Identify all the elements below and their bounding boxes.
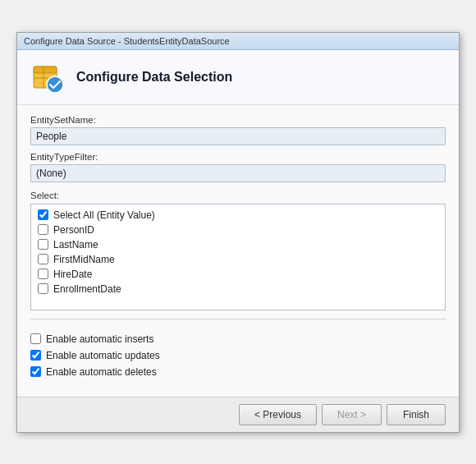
select-item-label: Select All (Entity Value) (53, 209, 155, 221)
select-item-checkbox[interactable] (38, 269, 48, 279)
dialog-window: Configure Data Source - StudentsEntityDa… (16, 32, 460, 433)
select-list-item[interactable]: FirstMidName (33, 252, 443, 267)
select-list-item[interactable]: HireDate (33, 267, 443, 282)
select-list-item[interactable]: LastName (33, 237, 443, 252)
auto-inserts-item[interactable]: Enable automatic inserts (30, 331, 446, 347)
header-icon (30, 60, 65, 94)
select-item-label: EnrollmentDate (53, 283, 121, 295)
auto-updates-checkbox[interactable] (30, 350, 41, 361)
select-item-label: LastName (53, 239, 98, 250)
auto-checkboxes: Enable automatic inserts Enable automati… (30, 328, 446, 387)
select-item-checkbox[interactable] (38, 283, 48, 294)
select-list: Select All (Entity Value)PersonIDLastNam… (30, 204, 446, 310)
entity-type-filter-value: (None) (30, 164, 446, 182)
select-list-item[interactable]: EnrollmentDate (33, 282, 443, 296)
select-item-checkbox[interactable] (38, 239, 48, 250)
select-label: Select: (30, 191, 446, 200)
title-bar: Configure Data Source - StudentsEntityDa… (17, 33, 459, 50)
auto-updates-label: Enable automatic updates (46, 350, 160, 361)
select-item-label: PersonID (53, 224, 94, 236)
divider (30, 319, 446, 319)
select-item-checkbox[interactable] (38, 254, 48, 264)
select-list-item[interactable]: PersonID (33, 223, 443, 237)
next-button[interactable]: Next > (322, 404, 382, 425)
auto-deletes-checkbox[interactable] (30, 366, 41, 377)
auto-deletes-label: Enable automatic deletes (46, 366, 157, 378)
finish-button[interactable]: Finish (387, 404, 446, 425)
header-title: Configure Data Selection (76, 70, 232, 85)
select-item-label: HireDate (53, 269, 92, 280)
entity-type-filter-label: EntityTypeFilter: (30, 152, 446, 162)
previous-button[interactable]: < Previous (239, 404, 317, 425)
select-item-label: FirstMidName (53, 254, 115, 265)
auto-inserts-label: Enable automatic inserts (46, 333, 153, 345)
select-list-item[interactable]: Select All (Entity Value) (33, 208, 443, 223)
body: EntitySetName: People EntityTypeFilter: … (17, 105, 459, 397)
entity-set-name-label: EntitySetName: (30, 115, 446, 125)
select-item-checkbox[interactable] (38, 224, 48, 235)
entity-set-name-value: People (30, 127, 446, 145)
footer: < Previous Next > Finish (17, 397, 459, 432)
auto-inserts-checkbox[interactable] (30, 333, 41, 344)
header-section: Configure Data Selection (17, 50, 459, 105)
svg-rect-1 (34, 67, 57, 73)
auto-deletes-item[interactable]: Enable automatic deletes (30, 364, 446, 380)
select-item-checkbox[interactable] (38, 209, 48, 220)
auto-updates-item[interactable]: Enable automatic updates (30, 347, 446, 364)
title-bar-text: Configure Data Source - StudentsEntityDa… (24, 36, 230, 46)
